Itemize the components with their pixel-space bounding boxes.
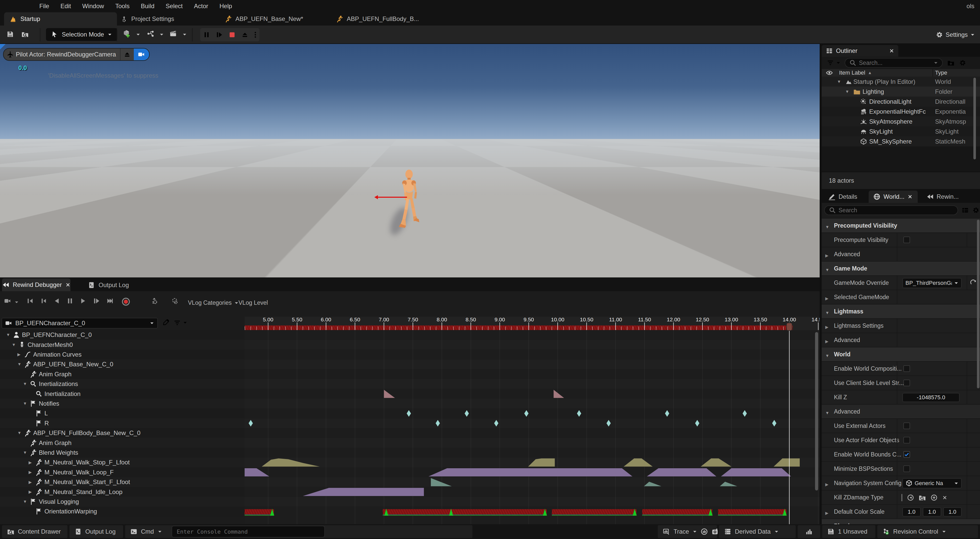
color-scale-r[interactable]: 1.0	[902, 507, 921, 517]
console-command-input[interactable]: Enter Console Command	[172, 526, 325, 537]
reset-icon[interactable]	[970, 279, 977, 287]
tab-outliner[interactable]: Outliner	[822, 45, 898, 57]
chevron-down-icon[interactable]	[14, 300, 19, 305]
tab-rewind-debugger[interactable]: Rewind Debugger	[2, 278, 70, 291]
expand-arrow[interactable]: ▶	[29, 480, 32, 485]
property-selected-gamemode[interactable]: ▶Selected GameMode	[822, 290, 980, 305]
expand-arrow[interactable]: ▼	[23, 450, 27, 455]
snapshot-icon[interactable]	[711, 528, 719, 535]
circleft-icon[interactable]	[907, 494, 914, 501]
menu-item-build[interactable]: Build	[135, 0, 160, 12]
tree-row-inertialization[interactable]: Inertialization	[0, 389, 245, 399]
menu-item-edit[interactable]: Edit	[55, 0, 76, 12]
folderloupe-icon[interactable]	[919, 494, 926, 501]
menu-item-actor[interactable]: Actor	[188, 0, 214, 12]
expand-arrow[interactable]: ▼	[23, 499, 27, 504]
color-scale-g[interactable]: 1.0	[923, 507, 941, 517]
stop-button[interactable]	[226, 28, 239, 41]
outliner-row-exponentialheightfc[interactable]: ExponentialHeightFcExponentia	[822, 107, 980, 116]
expand-arrow[interactable]: ▼	[825, 521, 829, 525]
property-enable-world-compositi-[interactable]: Enable World Compositi...	[822, 362, 980, 376]
tree-row-notifies[interactable]: ▼Notifies	[0, 399, 245, 408]
expand-arrow[interactable]: ▼	[6, 333, 10, 337]
property-kill-zdamage-type[interactable]: Kill ZDamage Type	[822, 490, 980, 505]
selection-mode-dropdown[interactable]: Selection Mode	[46, 28, 117, 41]
more-options-icon[interactable]	[251, 28, 259, 41]
property-enable-world-bounds-c-[interactable]: Enable World Bounds C...	[822, 448, 980, 462]
dropdown-gamemode-override[interactable]: BP_ThirdPersonGa	[902, 278, 962, 288]
property-default-color-scale[interactable]: ▶Default Color Scale1.01.01.0	[822, 505, 980, 519]
eject-gear-icon[interactable]	[151, 297, 158, 305]
expand-arrow[interactable]: ▼	[23, 382, 27, 386]
unsaved-button[interactable]: 1 Unsaved	[822, 525, 875, 538]
tree-row-orientationwarping[interactable]: OrientationWarping	[0, 507, 245, 516]
expand-arrow[interactable]: ▶	[29, 460, 32, 465]
browse-content-icon[interactable]	[21, 31, 29, 38]
pilot-actor-bar[interactable]: Pilot Actor: RewindDebuggerCamera	[3, 48, 150, 61]
camera-icon[interactable]	[4, 297, 11, 305]
property-minimize-bspsections[interactable]: Minimize BSPSections	[822, 462, 980, 476]
eye-icon[interactable]	[826, 69, 833, 77]
dropdown-navigation-system-config[interactable]: Generic Na	[902, 478, 962, 488]
property-advanced[interactable]: ▶Advanced	[822, 247, 980, 262]
tree-row-charactermesh0[interactable]: ▼CharacterMesh0	[0, 340, 245, 349]
tree-row-m-neutral-walk-loop-f[interactable]: ▶M_Neutral_Walk_Loop_F	[0, 467, 245, 477]
expand-arrow[interactable]: ▶	[825, 335, 828, 345]
tab-abp-uefn-base-new-[interactable]: ABP_UEFN_Base_New*	[220, 12, 327, 26]
checkbox-checked[interactable]	[904, 451, 910, 458]
pause-button[interactable]	[67, 297, 73, 305]
property-precomputed-visibility[interactable]: ▼Precomputed Visibility	[822, 218, 980, 233]
tab-project-settings[interactable]: Project Settings	[115, 12, 192, 26]
expand-arrow[interactable]: ▶	[825, 250, 828, 259]
tree-row-m-neutral-walk-stop-f-lfoot[interactable]: ▶M_Neutral_Walk_Stop_F_Lfoot	[0, 458, 245, 467]
tree-row-r[interactable]: R	[0, 418, 245, 428]
tree-row-abp-uefn-base-new-c-0[interactable]: ▼ABP_UEFN_Base_New_C_0	[0, 359, 245, 369]
plusc-icon[interactable]	[931, 494, 938, 501]
property-navigation-system-config[interactable]: ▶Navigation System ConfigGeneric Na	[822, 476, 980, 490]
property-kill-z[interactable]: Kill Z-1048575.0	[822, 390, 980, 405]
menu-item-tools[interactable]: Tools	[110, 0, 135, 12]
checkbox-unchecked[interactable]	[904, 236, 910, 243]
tree-row-m-neutral-stand-idle-loop[interactable]: ▶M_Neutral_Stand_Idle_Loop	[0, 487, 245, 497]
settings-button[interactable]: Settings	[936, 28, 975, 41]
output-log-button[interactable]: Output Log	[70, 525, 123, 538]
level-viewport[interactable]: Pilot Actor: RewindDebuggerCamera 0.0 'D…	[0, 44, 819, 277]
property-use-client-side-level-str-[interactable]: Use Client Side Level Str...	[822, 376, 980, 390]
checkbox-unchecked[interactable]	[904, 380, 910, 386]
tree-row-l[interactable]: L	[0, 408, 245, 418]
property-use-actor-folder-objects[interactable]: Use Actor Folder Objects	[822, 433, 980, 448]
step-forward-button[interactable]	[93, 297, 100, 305]
details-scrollbar[interactable]	[977, 220, 980, 388]
camera-view-button[interactable]	[134, 49, 149, 60]
property-game-mode[interactable]: ▼Game Mode	[822, 262, 980, 276]
debug-target-dropdown[interactable]: BP_UEFNCharacter_C_0	[2, 318, 158, 329]
timeline-scrollbar[interactable]	[815, 332, 818, 490]
trace-gear-icon[interactable]	[171, 297, 178, 305]
outliner-row-directionallight[interactable]: DirectionalLightDirectionall	[822, 97, 980, 107]
save-icon[interactable]	[6, 31, 14, 38]
display-grid-icon[interactable]	[962, 207, 969, 214]
expand-arrow[interactable]: ▶	[825, 507, 828, 517]
property-physics[interactable]: ▼Physics	[822, 519, 980, 524]
property-gamemode-override[interactable]: GameMode OverrideBP_ThirdPersonGa	[822, 276, 980, 290]
menu-item-window[interactable]: Window	[76, 0, 110, 12]
expand-arrow[interactable]: ▼	[23, 401, 27, 406]
insights-icon[interactable]	[701, 528, 708, 535]
tree-row-inertializations[interactable]: ▼Inertializations	[0, 379, 245, 389]
outliner-row-startup-play-in-editor-[interactable]: ▼Startup (Play In Editor)World	[822, 77, 980, 86]
tab-output-log[interactable]: Output Log	[88, 278, 129, 292]
tab-rewin-[interactable]: Rewin...	[922, 191, 968, 203]
checkbox-unchecked[interactable]	[904, 365, 910, 372]
outliner-search-input[interactable]: Search...	[845, 58, 943, 68]
cinematics-button[interactable]	[170, 30, 177, 37]
expand-arrow[interactable]: ▼	[18, 431, 21, 435]
trace-button[interactable]: Trace	[658, 525, 717, 538]
outliner-row-skylight[interactable]: SkyLightSkyLight	[822, 126, 980, 136]
derived-data-button[interactable]: Derived Data	[719, 525, 795, 538]
expand-arrow[interactable]: ▼	[825, 264, 829, 273]
add-folder-icon[interactable]	[947, 59, 955, 66]
expand-arrow[interactable]: ▼	[845, 89, 849, 94]
checkbox-unchecked[interactable]	[904, 437, 910, 443]
blueprints-button[interactable]	[147, 30, 154, 37]
tree-row-abp-uefn-fullbody-base-new-c-0[interactable]: ▼ABP_UEFN_FullBody_Base_New_C_0	[0, 428, 245, 438]
